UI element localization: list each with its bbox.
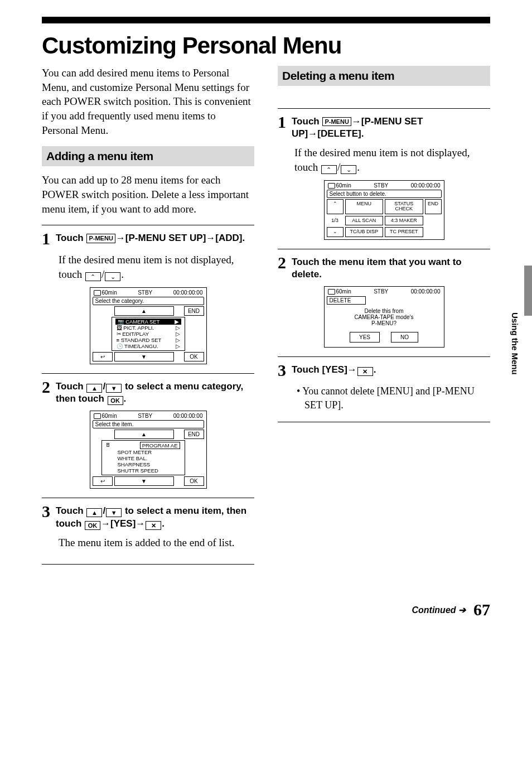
scroll-down-icon: ⌄ [341, 165, 356, 174]
li: EDIT/PLAY [122, 331, 149, 337]
msg-line-1: Delete this from [326, 308, 443, 314]
section-deleting-heading: Deleting a menu item [278, 66, 490, 86]
scroll-down-icon: ⌄ [327, 227, 344, 237]
return-icon: ↩ [93, 352, 113, 361]
top-black-bar [42, 17, 490, 23]
msg-line-3: P-MENU? [326, 320, 443, 326]
arrow-down-icon: ▼ [106, 508, 122, 517]
deleting-step-1: 1 Touch P-MENU→[P-MENU SET UP]→[DELETE].… [278, 108, 490, 240]
li: SHARPNESS [105, 461, 181, 467]
thumb-tab [524, 266, 532, 316]
li: CAMERA SET [125, 319, 159, 325]
cell-43-maker: 4:3 MAKER [385, 216, 423, 225]
cell-all-scan: ALL SCAN [345, 216, 384, 225]
end-button: END [184, 430, 204, 439]
section-adding-heading: Adding a menu item [42, 146, 254, 166]
step-number: 1 [278, 114, 286, 131]
rec-mode: STBY [138, 290, 152, 296]
ok-button: OK [184, 352, 204, 361]
lcd-subtitle: Select button to delete. [327, 190, 442, 198]
t: . [162, 518, 165, 529]
li: WHITE BAL. [105, 455, 181, 461]
ok-button: OK [85, 521, 100, 530]
step-number: 2 [42, 379, 50, 396]
rec-mode: STBY [138, 413, 152, 419]
tape-time: 60min [336, 288, 351, 295]
li: PICT. APPLI. [123, 325, 154, 331]
step-heading-text: Touch ▲/▼ to select a menu item, then to… [56, 505, 254, 529]
arrow-up-icon: ▲ [86, 384, 102, 393]
arrow-down-icon: ▼ [114, 476, 174, 486]
scroll-up-icon: ⌃ [321, 165, 337, 174]
scroll-up-icon: ⌃ [327, 199, 344, 214]
timecode: 00:00:00:00 [173, 413, 203, 419]
step-heading-text: Touch P-MENU→[P-MENU SET UP]→[DELETE]. [292, 115, 490, 140]
page-footer: Continued ➔ 67 [42, 600, 490, 619]
step-body: If the desired menu item is not displaye… [42, 253, 254, 281]
lcd-screenshot-1: 60min STBY 00:00:00:00 Select the catego… [90, 287, 207, 364]
cell-menu: MENU [345, 199, 384, 214]
tape-time: 60min [336, 182, 351, 189]
t: Touch [56, 233, 86, 243]
arrow-up-icon: ▲ [114, 306, 174, 316]
t: / [103, 381, 105, 392]
continued-label: Continued [412, 605, 456, 615]
end-button: END [184, 306, 204, 316]
ok-button: OK [184, 476, 204, 486]
t: Touch [56, 381, 86, 392]
cell-tc-preset: TC PRESET [385, 227, 423, 237]
deleting-step-2: 2 Touch the menu item that you want to d… [278, 249, 490, 348]
step-body: The menu item is added to the end of lis… [42, 536, 254, 550]
step-heading-text: Touch [YES]→✕. [292, 364, 376, 376]
t: Touch [56, 505, 86, 516]
page-title: Customizing Personal Menu [42, 33, 490, 58]
li: PROGRAM AE [140, 442, 180, 449]
tape-time: 60min [102, 413, 117, 419]
t: / [103, 505, 105, 516]
return-icon: ↩ [93, 476, 113, 486]
msg-line-2: CAMERA-TAPE mode's [326, 314, 443, 320]
step-number: 3 [278, 362, 286, 379]
intro-text: You can add desired menu items to Person… [42, 66, 254, 137]
t: / [337, 161, 340, 173]
arrow-up-icon: ▲ [86, 508, 102, 517]
t: Touch [292, 116, 322, 127]
pmenu-button: P-MENU [322, 117, 351, 126]
left-column: You can add desired menu items to Person… [42, 66, 254, 572]
adding-step-3: 3 Touch ▲/▼ to select a menu item, then … [42, 498, 254, 565]
step-number: 3 [42, 503, 50, 520]
step-number: 1 [42, 230, 50, 247]
timecode: 00:00:00:00 [411, 182, 441, 189]
t: . [124, 393, 127, 404]
section-tab-label: Using the Menu [510, 312, 520, 375]
t: Touch [YES]→ [292, 364, 357, 375]
t: →[P-MENU SET UP]→[ADD]. [116, 233, 245, 243]
step-heading-text: Touch ▲/▼ to select a menu category, the… [56, 380, 254, 405]
t: . [374, 364, 376, 375]
step-number: 2 [278, 254, 286, 271]
arrow-down-icon: ▼ [114, 352, 174, 361]
t: →[YES]→ [101, 518, 145, 529]
lcd-screenshot-3: 60min STBY 00:00:00:00 Select button to … [324, 180, 444, 240]
tape-time: 60min [102, 290, 117, 296]
pmenu-button: P-MENU [86, 234, 115, 243]
ok-button: OK [108, 396, 123, 405]
timecode: 00:00:00:00 [411, 288, 441, 295]
page-number: 67 [473, 600, 490, 619]
yes-button: YES [350, 332, 380, 343]
arrow-up-icon: ▲ [114, 430, 174, 439]
deleting-step-3: 3 Touch [YES]→✕. • You cannot delete [ME… [278, 356, 490, 422]
step-heading-text: Touch P-MENU→[P-MENU SET UP]→[ADD]. [56, 232, 245, 244]
step-heading-text: Touch the menu item that you want to del… [292, 256, 490, 281]
timecode: 00:00:00:00 [173, 290, 203, 296]
lcd-screenshot-4: 60min STBY 00:00:00:00 DELETE Delete thi… [324, 286, 444, 348]
page-indicator: 1/3 [327, 216, 344, 225]
lcd-subtitle: Select the category. [93, 297, 204, 305]
right-column: Deleting a menu item 1 Touch P-MENU→[P-M… [278, 66, 490, 572]
li: SPOT METER [105, 449, 181, 455]
cell-status-check: STATUS CHECK [385, 199, 423, 214]
adding-step-2: 2 Touch ▲/▼ to select a menu category, t… [42, 373, 254, 489]
end-button: END [425, 199, 442, 214]
arrow-down-icon: ▼ [106, 384, 122, 393]
lcd-subtitle: Select the item. [93, 420, 204, 428]
